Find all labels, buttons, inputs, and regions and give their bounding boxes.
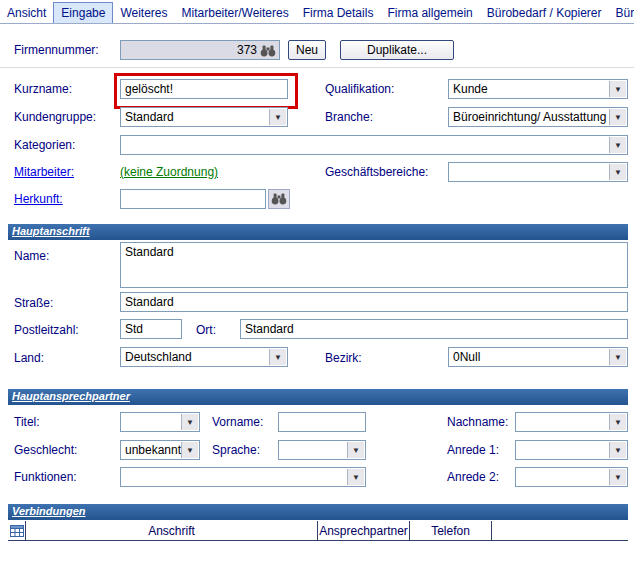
funktionen-dropdown[interactable]: ▼ [120, 467, 366, 487]
chevron-down-icon[interactable]: ▼ [609, 349, 626, 365]
kategorien-dropdown[interactable]: ▼ [120, 135, 628, 155]
strasse-label: Straße: [14, 296, 53, 310]
branche-value: Büroeinrichtung/ Ausstattung [453, 110, 606, 124]
chevron-down-icon[interactable]: ▼ [609, 414, 626, 430]
chevron-down-icon[interactable]: ▼ [609, 164, 626, 180]
qualifikation-dropdown[interactable]: Kunde ▼ [448, 79, 628, 99]
anrede2-dropdown[interactable]: ▼ [515, 467, 628, 487]
tab-eingabe[interactable]: Eingabe [53, 2, 113, 23]
bezirk-label: Bezirk: [325, 351, 362, 365]
binoculars-icon [271, 193, 287, 205]
name-value: Standard [125, 245, 174, 259]
ort-value: Standard [245, 322, 294, 336]
chevron-down-icon[interactable]: ▼ [609, 81, 626, 97]
chevron-down-icon[interactable]: ▼ [609, 137, 626, 153]
geschaeftsbereiche-dropdown[interactable]: ▼ [448, 162, 628, 182]
nachname-label: Nachname: [447, 415, 508, 429]
table-grid-icon [10, 524, 24, 538]
kundengruppe-value: Standard [125, 110, 174, 124]
tab-ansicht[interactable]: Ansicht [0, 3, 53, 23]
anrede2-label: Anrede 2: [447, 470, 499, 484]
funktionen-label: Funktionen: [14, 470, 77, 484]
chevron-down-icon[interactable]: ▼ [181, 414, 198, 430]
sprache-dropdown[interactable]: ▼ [278, 440, 366, 460]
duplikate-button[interactable]: Duplikate... [340, 40, 454, 60]
anrede1-label: Anrede 1: [447, 443, 499, 457]
binoculars-icon[interactable] [260, 45, 276, 60]
ort-label: Ort: [196, 323, 216, 337]
column-header-ansprechpartner[interactable]: Ansprechpartner [318, 521, 410, 540]
qualifikation-label: Qualifikation: [325, 82, 394, 96]
postleitzahl-value: Std [125, 322, 143, 336]
titel-label: Titel: [14, 415, 40, 429]
kurzname-label: Kurzname: [14, 82, 72, 96]
chevron-down-icon[interactable]: ▼ [347, 442, 364, 458]
verbindungen-section-header: Verbindungen [8, 504, 628, 520]
branche-dropdown[interactable]: Büroeinrichtung/ Ausstattung ▼ [448, 107, 628, 127]
geschlecht-label: Geschlecht: [14, 443, 77, 457]
land-dropdown[interactable]: Deutschland ▼ [120, 347, 288, 367]
chevron-down-icon[interactable]: ▼ [347, 469, 364, 485]
geschaeftsbereiche-label: Geschäftsbereiche: [325, 165, 428, 179]
tab-buerobedarf-kopierer[interactable]: Bürobedarf / Kopierer [480, 3, 609, 23]
tab-buero[interactable]: Büro [608, 3, 634, 23]
hauptansprechpartner-section-header: Hauptansprechpartner [8, 389, 628, 405]
geschlecht-dropdown[interactable]: unbekannt ▼ [120, 440, 200, 460]
chevron-down-icon[interactable]: ▼ [609, 469, 626, 485]
firmennummer-field[interactable]: 373 [120, 40, 280, 60]
land-value: Deutschland [125, 350, 192, 364]
herkunft-search-button[interactable] [268, 189, 290, 209]
strasse-value: Standard [125, 295, 174, 309]
sprache-label: Sprache: [212, 443, 260, 457]
name-field[interactable]: Standard [120, 242, 628, 288]
tab-weiteres[interactable]: Weiteres [113, 3, 174, 23]
bezirk-value: 0Null [453, 350, 480, 364]
vorname-field[interactable] [278, 412, 366, 432]
qualifikation-value: Kunde [453, 82, 488, 96]
kurzname-value: gelöscht! [125, 82, 173, 96]
branche-label: Branche: [325, 110, 373, 124]
bezirk-dropdown[interactable]: 0Null ▼ [448, 347, 628, 367]
herkunft-link[interactable]: Herkunft: [14, 192, 63, 206]
firmennummer-value: 373 [237, 43, 257, 57]
company-entry-form: Ansicht Eingabe Weiteres Mitarbeiter/Wei… [0, 0, 634, 568]
tab-firma-details[interactable]: Firma Details [296, 3, 381, 23]
table-select-all-cell[interactable] [8, 521, 26, 540]
hauptanschrift-section-header: Hauptanschrift [8, 224, 628, 240]
land-label: Land: [14, 351, 44, 365]
anrede1-dropdown[interactable]: ▼ [515, 440, 628, 460]
chevron-down-icon[interactable]: ▼ [609, 442, 626, 458]
tab-firma-allgemein[interactable]: Firma allgemein [380, 3, 479, 23]
column-header-anschrift[interactable]: Anschrift [26, 521, 318, 540]
kundengruppe-label: Kundengruppe: [14, 110, 96, 124]
name-label: Name: [14, 249, 49, 263]
kundengruppe-dropdown[interactable]: Standard ▼ [120, 107, 288, 127]
chevron-down-icon[interactable]: ▼ [609, 109, 626, 125]
kurzname-field[interactable]: gelöscht! [120, 79, 288, 99]
kategorien-label: Kategorien: [14, 138, 75, 152]
titel-dropdown[interactable]: ▼ [120, 412, 200, 432]
chevron-down-icon[interactable]: ▼ [181, 442, 198, 458]
nachname-dropdown[interactable]: ▼ [515, 412, 628, 432]
table-header-underline [8, 540, 628, 541]
mitarbeiter-link[interactable]: Mitarbeiter: [14, 165, 74, 179]
postleitzahl-field[interactable]: Std [120, 319, 182, 339]
firmennummer-label: Firmennummer: [14, 43, 99, 57]
divider [0, 67, 634, 68]
column-header-telefon[interactable]: Telefon [410, 521, 492, 540]
postleitzahl-label: Postleitzahl: [14, 323, 79, 337]
tab-mitarbeiter-weiteres[interactable]: Mitarbeiter/Weiteres [175, 3, 296, 23]
mitarbeiter-zuordnung-link[interactable]: (keine Zuordnung) [120, 165, 218, 179]
neu-button[interactable]: Neu [288, 40, 326, 60]
vorname-label: Vorname: [212, 415, 263, 429]
chevron-down-icon[interactable]: ▼ [269, 109, 286, 125]
ort-field[interactable]: Standard [240, 319, 628, 339]
strasse-field[interactable]: Standard [120, 292, 628, 312]
chevron-down-icon[interactable]: ▼ [269, 349, 286, 365]
geschlecht-value: unbekannt [125, 443, 181, 457]
herkunft-field[interactable] [120, 189, 266, 209]
tab-bar: Ansicht Eingabe Weiteres Mitarbeiter/Wei… [0, 0, 634, 24]
